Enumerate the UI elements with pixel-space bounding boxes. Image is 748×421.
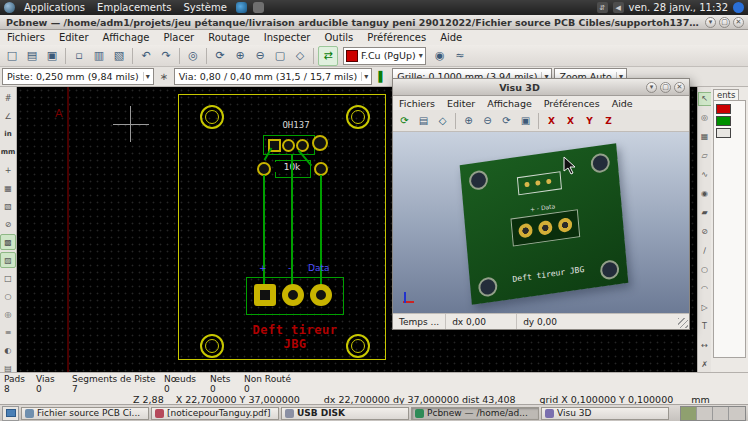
zoom-in-icon[interactable]: ⊕	[460, 112, 477, 129]
route-track-icon[interactable]: ∿	[698, 168, 712, 182]
menu-preferences[interactable]: Préférences	[538, 98, 606, 109]
auto-track-width-icon[interactable]: ∗	[156, 69, 172, 85]
layer-row-bcu[interactable]	[716, 115, 743, 127]
menu-aide[interactable]: Aide	[606, 98, 639, 109]
undo-icon[interactable]: ↶	[137, 47, 155, 65]
add-text-icon[interactable]: T	[698, 320, 712, 334]
shutdown-icon[interactable]	[733, 2, 744, 13]
viewer3d-titlebar[interactable]: Visu 3D ▾ ▢ ✕	[393, 79, 689, 96]
help-launcher-icon[interactable]	[253, 2, 264, 13]
zoom-in-icon[interactable]: ⊕	[231, 47, 249, 65]
zoom-out-icon[interactable]: ⊖	[479, 112, 496, 129]
maximize-button[interactable]: ▢	[719, 17, 730, 28]
zone-filled-icon[interactable]: ▩	[0, 234, 16, 250]
volume-icon[interactable]: ◀	[613, 2, 624, 13]
zoom-fit-icon[interactable]: ▣	[517, 112, 534, 129]
new-board-icon[interactable]: □	[3, 47, 21, 65]
print-icon[interactable]: ▥	[90, 47, 108, 65]
layer-color-swatch[interactable]	[716, 128, 731, 138]
taskbar-item-pdf[interactable]: [noticepourTanguy.pdf]	[151, 407, 279, 420]
render-options-icon[interactable]: ◇	[434, 112, 451, 129]
select-layer-pair-icon[interactable]: ▌	[374, 69, 390, 85]
taskbar-item-visu3d[interactable]: Visu 3D	[541, 407, 669, 420]
mounting-hole-pad[interactable]	[200, 334, 224, 358]
open-board-icon[interactable]: ▤	[23, 47, 41, 65]
menu-affichage[interactable]: Affichage	[96, 32, 157, 43]
high-contrast-icon[interactable]: ◐	[0, 342, 16, 358]
tracks-sketch-icon[interactable]: ≡	[0, 324, 16, 340]
layer-row[interactable]	[716, 127, 743, 139]
highlight-net-icon[interactable]: ◎	[698, 111, 712, 125]
rotate-z-icon[interactable]: Z	[600, 112, 617, 129]
mounting-hole-pad[interactable]	[346, 105, 370, 129]
cursor-shape-icon[interactable]: +	[0, 162, 16, 178]
plot-icon[interactable]: ▧	[110, 47, 128, 65]
menu-preferences[interactable]: Préférences	[360, 32, 433, 43]
drc-icon[interactable]: ◉	[431, 47, 449, 65]
ratsnest-icon[interactable]: ▦	[0, 180, 16, 196]
footprint-reference[interactable]: OH137	[259, 120, 333, 130]
close-button[interactable]: ✕	[733, 17, 744, 28]
auto-delete-track-icon[interactable]: ⊘	[0, 216, 16, 232]
delete-tool-icon[interactable]: ✗	[698, 358, 712, 372]
local-ratsnest-icon[interactable]: ▦	[698, 130, 712, 144]
track-segment[interactable]	[291, 155, 293, 286]
rotate-y-icon[interactable]: Y	[581, 112, 598, 129]
save-board-icon[interactable]: ▣	[43, 47, 61, 65]
add-dimension-icon[interactable]: ↔	[698, 339, 712, 353]
menu-affichage[interactable]: Affichage	[481, 98, 538, 109]
resistor-pad[interactable]	[257, 162, 271, 176]
menu-placer[interactable]: Placer	[157, 32, 202, 43]
network-icon[interactable]: ⇵	[597, 2, 608, 13]
add-keepout-icon[interactable]: ⊘	[698, 225, 712, 239]
workspace-3[interactable]	[713, 407, 729, 420]
redo-icon[interactable]: ↷	[157, 47, 175, 65]
silkscreen-text[interactable]: Deft tireur JBG	[239, 323, 351, 351]
show-desktop-button[interactable]	[2, 406, 19, 421]
distro-menu-icon[interactable]	[4, 2, 15, 13]
workspace-1[interactable]	[681, 407, 697, 420]
vias-sketch-icon[interactable]: ◎	[0, 306, 16, 322]
board-outline[interactable]	[178, 94, 386, 360]
redraw-icon[interactable]: ⟳	[498, 112, 515, 129]
copy-image-icon[interactable]: ▤	[415, 112, 432, 129]
menu-editer[interactable]: Editer	[52, 32, 96, 43]
system-menu[interactable]: Système	[177, 0, 232, 15]
add-zone-icon[interactable]: ▰	[698, 206, 712, 220]
taskbar-item-usb[interactable]: USB DISK	[281, 407, 409, 420]
grid-toggle-icon[interactable]: #	[0, 90, 16, 106]
connector-pad-minus[interactable]	[282, 284, 304, 306]
add-arc-icon[interactable]: ◠	[698, 282, 712, 296]
layer-select[interactable]: F.Cu (PgUp) ▾	[343, 47, 426, 65]
menu-inspecter[interactable]: Inspecter	[257, 32, 318, 43]
find-icon[interactable]: ◎	[184, 47, 202, 65]
minimize-button[interactable]: ▾	[705, 17, 716, 28]
polar-coords-icon[interactable]: ∠	[0, 108, 16, 124]
mounting-hole-pad[interactable]	[200, 105, 224, 129]
resize-grip[interactable]	[678, 318, 688, 328]
units-inches-icon[interactable]: in	[0, 126, 16, 142]
menu-fichiers[interactable]: Fichiers	[0, 32, 52, 43]
via-size-select[interactable]: Via: 0,80 / 0,40 mm (31,5 / 15,7 mils) ▾	[174, 68, 373, 85]
pads-sketch-icon[interactable]: ○	[0, 288, 16, 304]
minimize-button[interactable]: ▾	[646, 82, 657, 93]
layer-row-fcu[interactable]	[716, 103, 743, 115]
add-footprint-icon[interactable]: ▱	[698, 149, 712, 163]
connector-pad-data[interactable]	[310, 284, 332, 306]
browser-launcher-icon[interactable]	[236, 2, 247, 13]
page-settings-icon[interactable]: ▫	[70, 47, 88, 65]
menu-aide[interactable]: Aide	[433, 32, 469, 43]
zone-unfilled-icon[interactable]: ▨	[0, 252, 16, 268]
layer-color-swatch[interactable]	[716, 104, 731, 114]
zone-outline-icon[interactable]: □	[0, 270, 16, 286]
viewer3d-canvas[interactable]: + - Data Deft tireur JBG	[393, 132, 689, 313]
add-polygon-icon[interactable]: ▷	[698, 301, 712, 315]
track-width-select[interactable]: Piste: 0,250 mm (9,84 mils) ▾	[2, 68, 154, 85]
footprint-ratsnest-icon[interactable]: ▧	[0, 198, 16, 214]
menu-editer[interactable]: Editer	[441, 98, 481, 109]
scripting-console-icon[interactable]: ≈	[451, 47, 469, 65]
panel-clock[interactable]: ven. 28 janv., 11:32	[629, 2, 728, 13]
maximize-button[interactable]: ▢	[660, 82, 671, 93]
reload-board-icon[interactable]: ⟳	[396, 112, 413, 129]
zoom-selection-icon[interactable]: ◇	[291, 47, 309, 65]
